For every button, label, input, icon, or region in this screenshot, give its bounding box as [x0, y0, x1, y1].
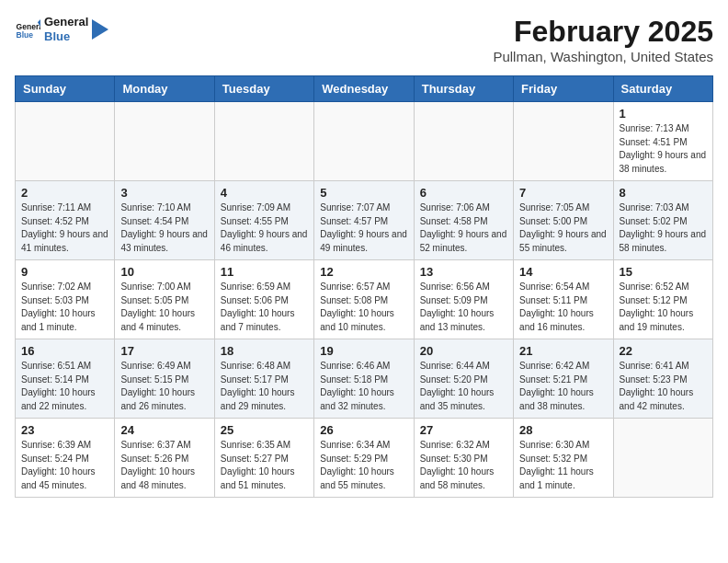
day-number: 20: [420, 344, 507, 358]
calendar-day-cell: [16, 102, 115, 181]
day-info: Sunrise: 6:37 AM Sunset: 5:26 PM Dayligh…: [120, 439, 208, 492]
day-number: 14: [519, 265, 607, 279]
day-number: 6: [420, 186, 507, 200]
day-info: Sunrise: 6:51 AM Sunset: 5:14 PM Dayligh…: [21, 360, 108, 413]
day-info: Sunrise: 6:48 AM Sunset: 5:17 PM Dayligh…: [221, 360, 308, 413]
day-number: 19: [320, 344, 407, 358]
day-number: 26: [320, 423, 407, 437]
day-info: Sunrise: 6:44 AM Sunset: 5:20 PM Dayligh…: [420, 360, 507, 413]
day-number: 12: [320, 265, 407, 279]
weekday-header-saturday: Saturday: [613, 76, 712, 102]
day-info: Sunrise: 6:57 AM Sunset: 5:08 PM Dayligh…: [320, 281, 407, 334]
calendar-day-cell: 21Sunrise: 6:42 AM Sunset: 5:21 PM Dayli…: [514, 339, 613, 419]
calendar-title-area: February 2025 Pullman, Washington, Unite…: [493, 15, 713, 64]
calendar-day-cell: 8Sunrise: 7:03 AM Sunset: 5:02 PM Daylig…: [613, 181, 712, 260]
day-info: Sunrise: 7:11 AM Sunset: 4:52 PM Dayligh…: [21, 201, 108, 255]
calendar-day-cell: 27Sunrise: 6:32 AM Sunset: 5:30 PM Dayli…: [414, 419, 513, 498]
calendar-week-row: 23Sunrise: 6:39 AM Sunset: 5:24 PM Dayli…: [16, 419, 713, 498]
day-info: Sunrise: 6:35 AM Sunset: 5:27 PM Dayligh…: [221, 439, 308, 492]
calendar-day-cell: 4Sunrise: 7:09 AM Sunset: 4:55 PM Daylig…: [214, 181, 313, 260]
weekday-header-sunday: Sunday: [16, 76, 115, 102]
day-info: Sunrise: 6:46 AM Sunset: 5:18 PM Dayligh…: [320, 360, 407, 413]
day-info: Sunrise: 6:34 AM Sunset: 5:29 PM Dayligh…: [320, 439, 407, 492]
page-header: General Blue General Blue February 2025 …: [15, 15, 713, 64]
calendar-day-cell: 1Sunrise: 7:13 AM Sunset: 4:51 PM Daylig…: [613, 102, 712, 181]
day-number: 23: [21, 423, 108, 437]
day-info: Sunrise: 6:41 AM Sunset: 5:23 PM Dayligh…: [620, 360, 707, 413]
calendar-day-cell: 9Sunrise: 7:02 AM Sunset: 5:03 PM Daylig…: [16, 260, 115, 339]
calendar-day-cell: 22Sunrise: 6:41 AM Sunset: 5:23 PM Dayli…: [613, 339, 712, 419]
day-info: Sunrise: 6:32 AM Sunset: 5:30 PM Dayligh…: [420, 439, 507, 492]
day-number: 5: [320, 186, 407, 200]
weekday-header-thursday: Thursday: [414, 76, 513, 102]
day-info: Sunrise: 7:02 AM Sunset: 5:03 PM Dayligh…: [21, 281, 108, 334]
day-number: 21: [519, 344, 607, 358]
weekday-header-friday: Friday: [514, 76, 613, 102]
day-info: Sunrise: 6:54 AM Sunset: 5:11 PM Dayligh…: [519, 281, 607, 334]
day-number: 4: [221, 186, 308, 200]
day-info: Sunrise: 7:00 AM Sunset: 5:05 PM Dayligh…: [120, 281, 208, 334]
calendar-day-cell: [214, 102, 313, 181]
calendar-week-row: 16Sunrise: 6:51 AM Sunset: 5:14 PM Dayli…: [16, 339, 713, 419]
calendar-day-cell: 7Sunrise: 7:05 AM Sunset: 5:00 PM Daylig…: [514, 181, 613, 260]
weekday-header-tuesday: Tuesday: [214, 76, 313, 102]
weekday-header-monday: Monday: [115, 76, 214, 102]
day-info: Sunrise: 6:49 AM Sunset: 5:15 PM Dayligh…: [120, 360, 208, 413]
day-number: 11: [221, 265, 308, 279]
logo-icon: General Blue: [15, 17, 40, 42]
calendar-day-cell: 26Sunrise: 6:34 AM Sunset: 5:29 PM Dayli…: [314, 419, 414, 498]
logo-general: General: [44, 15, 88, 29]
calendar-day-cell: 15Sunrise: 6:52 AM Sunset: 5:12 PM Dayli…: [613, 260, 712, 339]
day-info: Sunrise: 7:07 AM Sunset: 4:57 PM Dayligh…: [320, 201, 407, 255]
calendar-day-cell: 14Sunrise: 6:54 AM Sunset: 5:11 PM Dayli…: [514, 260, 613, 339]
day-number: 16: [21, 344, 108, 358]
day-number: 8: [620, 186, 707, 200]
calendar-day-cell: [514, 102, 613, 181]
calendar-week-row: 9Sunrise: 7:02 AM Sunset: 5:03 PM Daylig…: [16, 260, 713, 339]
calendar-day-cell: 18Sunrise: 6:48 AM Sunset: 5:17 PM Dayli…: [214, 339, 313, 419]
day-number: 28: [519, 423, 607, 437]
calendar-day-cell: 20Sunrise: 6:44 AM Sunset: 5:20 PM Dayli…: [414, 339, 513, 419]
calendar-day-cell: 12Sunrise: 6:57 AM Sunset: 5:08 PM Dayli…: [314, 260, 414, 339]
calendar-week-row: 1Sunrise: 7:13 AM Sunset: 4:51 PM Daylig…: [16, 102, 713, 181]
calendar-day-cell: 3Sunrise: 7:10 AM Sunset: 4:54 PM Daylig…: [115, 181, 214, 260]
calendar-day-cell: [613, 419, 712, 498]
month-year-title: February 2025: [493, 15, 713, 49]
day-number: 13: [420, 265, 507, 279]
day-info: Sunrise: 7:10 AM Sunset: 4:54 PM Dayligh…: [120, 201, 208, 255]
calendar-day-cell: 13Sunrise: 6:56 AM Sunset: 5:09 PM Dayli…: [414, 260, 513, 339]
day-number: 17: [120, 344, 208, 358]
calendar-day-cell: 19Sunrise: 6:46 AM Sunset: 5:18 PM Dayli…: [314, 339, 414, 419]
day-info: Sunrise: 7:05 AM Sunset: 5:00 PM Dayligh…: [519, 201, 607, 255]
calendar-day-cell: 11Sunrise: 6:59 AM Sunset: 5:06 PM Dayli…: [214, 260, 313, 339]
day-info: Sunrise: 7:03 AM Sunset: 5:02 PM Dayligh…: [620, 201, 707, 255]
day-info: Sunrise: 7:13 AM Sunset: 4:51 PM Dayligh…: [620, 122, 707, 176]
logo-arrow-icon: [92, 19, 108, 40]
day-number: 2: [21, 186, 108, 200]
calendar-day-cell: [414, 102, 513, 181]
calendar-day-cell: 5Sunrise: 7:07 AM Sunset: 4:57 PM Daylig…: [314, 181, 414, 260]
calendar-week-row: 2Sunrise: 7:11 AM Sunset: 4:52 PM Daylig…: [16, 181, 713, 260]
day-number: 3: [120, 186, 208, 200]
svg-text:General: General: [17, 22, 40, 31]
day-info: Sunrise: 6:30 AM Sunset: 5:32 PM Dayligh…: [519, 439, 607, 492]
day-info: Sunrise: 6:56 AM Sunset: 5:09 PM Dayligh…: [420, 281, 507, 334]
day-number: 27: [420, 423, 507, 437]
day-info: Sunrise: 6:42 AM Sunset: 5:21 PM Dayligh…: [519, 360, 607, 413]
calendar-day-cell: 6Sunrise: 7:06 AM Sunset: 4:58 PM Daylig…: [414, 181, 513, 260]
calendar-day-cell: 17Sunrise: 6:49 AM Sunset: 5:15 PM Dayli…: [115, 339, 214, 419]
day-number: 24: [120, 423, 208, 437]
weekday-header-row: SundayMondayTuesdayWednesdayThursdayFrid…: [16, 76, 713, 102]
calendar-day-cell: 24Sunrise: 6:37 AM Sunset: 5:26 PM Dayli…: [115, 419, 214, 498]
day-number: 22: [620, 344, 707, 358]
day-number: 1: [620, 107, 707, 121]
day-number: 7: [519, 186, 607, 200]
logo: General Blue General Blue: [15, 15, 108, 43]
calendar-day-cell: 2Sunrise: 7:11 AM Sunset: 4:52 PM Daylig…: [16, 181, 115, 260]
calendar-day-cell: [115, 102, 214, 181]
calendar-day-cell: 16Sunrise: 6:51 AM Sunset: 5:14 PM Dayli…: [16, 339, 115, 419]
day-number: 25: [221, 423, 308, 437]
svg-marker-3: [92, 19, 108, 40]
day-number: 10: [120, 265, 208, 279]
calendar-day-cell: 10Sunrise: 7:00 AM Sunset: 5:05 PM Dayli…: [115, 260, 214, 339]
